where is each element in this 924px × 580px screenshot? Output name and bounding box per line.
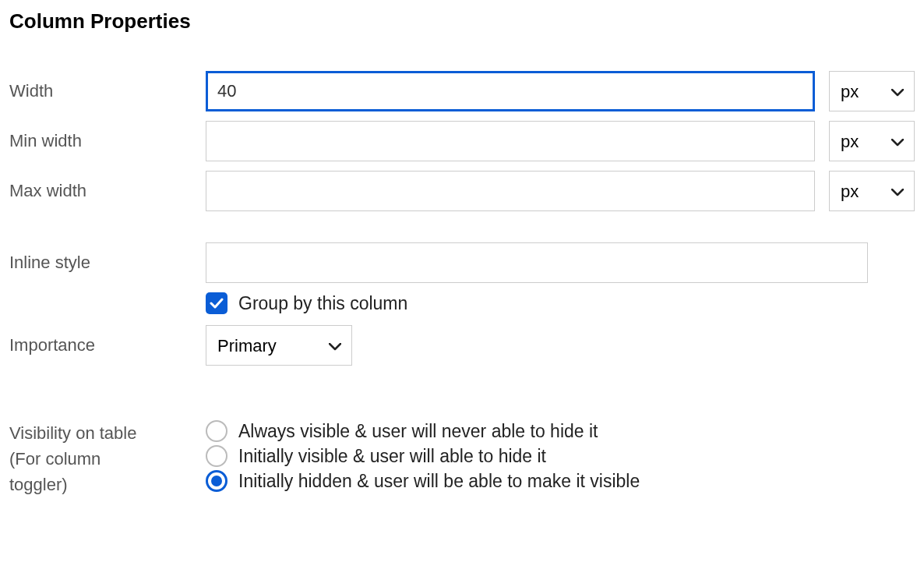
group-by-label: Group by this column: [238, 293, 407, 314]
width-label: Width: [9, 81, 206, 101]
min-width-input[interactable]: [206, 121, 815, 161]
max-width-row: Max width px: [9, 171, 915, 211]
min-width-label: Min width: [9, 131, 206, 151]
visibility-radio-group: Always visible & user will never able to…: [206, 420, 640, 492]
importance-select[interactable]: Primary: [206, 325, 352, 366]
max-width-input[interactable]: [206, 171, 815, 211]
visibility-radio-0[interactable]: [206, 420, 227, 442]
inline-style-label: Inline style: [9, 253, 206, 273]
width-unit-select[interactable]: px: [829, 71, 915, 111]
inline-style-input[interactable]: [206, 242, 868, 283]
importance-row: Importance Primary: [9, 325, 915, 366]
max-width-unit-select[interactable]: px: [829, 171, 915, 211]
min-width-row: Min width px: [9, 121, 915, 161]
visibility-option-0: Always visible & user will never able to…: [206, 420, 640, 442]
group-by-checkbox[interactable]: [206, 292, 227, 314]
visibility-radio-label-2: Initially hidden & user will be able to …: [238, 471, 640, 492]
min-width-unit-select[interactable]: px: [829, 121, 915, 161]
width-row: Width px: [9, 71, 915, 111]
visibility-radio-label-1: Initially visible & user will able to hi…: [238, 446, 546, 467]
width-input[interactable]: [206, 71, 815, 111]
visibility-label: Visibility on table (For column toggler): [9, 420, 206, 497]
visibility-radio-label-0: Always visible & user will never able to…: [238, 421, 598, 442]
inline-style-row: Inline style: [9, 242, 915, 283]
visibility-option-1: Initially visible & user will able to hi…: [206, 445, 640, 467]
max-width-label: Max width: [9, 181, 206, 201]
group-by-row: Group by this column: [9, 292, 915, 314]
visibility-option-2: Initially hidden & user will be able to …: [206, 470, 640, 492]
importance-label: Importance: [9, 335, 206, 355]
visibility-radio-2[interactable]: [206, 470, 227, 492]
visibility-row: Visibility on table (For column toggler)…: [9, 420, 915, 497]
visibility-radio-1[interactable]: [206, 445, 227, 467]
check-icon: [210, 298, 224, 309]
section-title: Column Properties: [9, 9, 915, 34]
